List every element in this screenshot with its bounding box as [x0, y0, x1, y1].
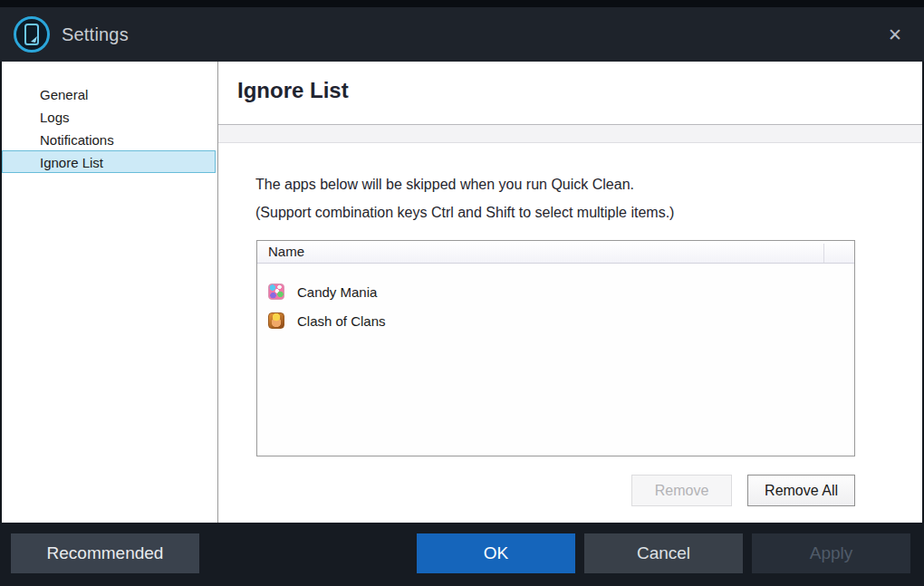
list-item[interactable]: Candy Mania — [257, 277, 854, 306]
sidebar: General Logs Notifications Ignore List — [2, 62, 218, 523]
clash-of-clans-app-icon — [268, 312, 284, 329]
sidebar-item-notifications[interactable]: Notifications — [2, 128, 216, 150]
page-title: Ignore List — [237, 78, 349, 103]
apply-button[interactable]: Apply — [752, 533, 910, 573]
column-header-name: Name — [268, 244, 304, 259]
footer-bar: Recommended OK Cancel Apply — [0, 523, 924, 586]
description-line-1: The apps below will be skipped when you … — [255, 170, 674, 198]
sidebar-item-general[interactable]: General — [2, 82, 216, 105]
sidebar-item-logs[interactable]: Logs — [2, 105, 216, 128]
window-top-border — [0, 0, 924, 7]
dialog-action-buttons: OK Cancel Apply — [417, 533, 910, 573]
ok-button[interactable]: OK — [417, 533, 575, 573]
window-title: Settings — [62, 24, 129, 45]
candy-mania-app-icon — [268, 283, 284, 300]
list-item-label: Candy Mania — [297, 284, 377, 300]
description-line-2: (Support combination keys Ctrl and Shift… — [255, 198, 674, 226]
content-panel: Ignore List The apps below will be skipp… — [218, 62, 922, 523]
cancel-button[interactable]: Cancel — [584, 533, 743, 573]
remove-button[interactable]: Remove — [631, 475, 732, 506]
list-item-label: Clash of Clans — [297, 313, 386, 329]
list-actions: Remove Remove All — [256, 475, 855, 506]
list-rows: Candy Mania Clash of Clans — [257, 264, 854, 335]
list-column-header[interactable]: Name — [257, 241, 854, 264]
settings-window: Settings ✕ General Logs Notifications Ig… — [0, 0, 924, 586]
dialog-body: General Logs Notifications Ignore List I… — [0, 62, 924, 523]
heading-sub-band — [218, 125, 922, 143]
ignore-list[interactable]: Name Candy Mania Clash of Clans — [256, 240, 855, 456]
list-item[interactable]: Clash of Clans — [257, 306, 854, 335]
description-text: The apps below will be skipped when you … — [255, 170, 674, 226]
app-logo-icon — [12, 14, 52, 54]
sidebar-item-ignore-list[interactable]: Ignore List — [2, 150, 216, 173]
titlebar[interactable]: Settings ✕ — [0, 7, 924, 62]
close-icon[interactable]: ✕ — [881, 20, 910, 49]
remove-all-button[interactable]: Remove All — [747, 475, 855, 506]
recommended-button[interactable]: Recommended — [11, 533, 199, 573]
